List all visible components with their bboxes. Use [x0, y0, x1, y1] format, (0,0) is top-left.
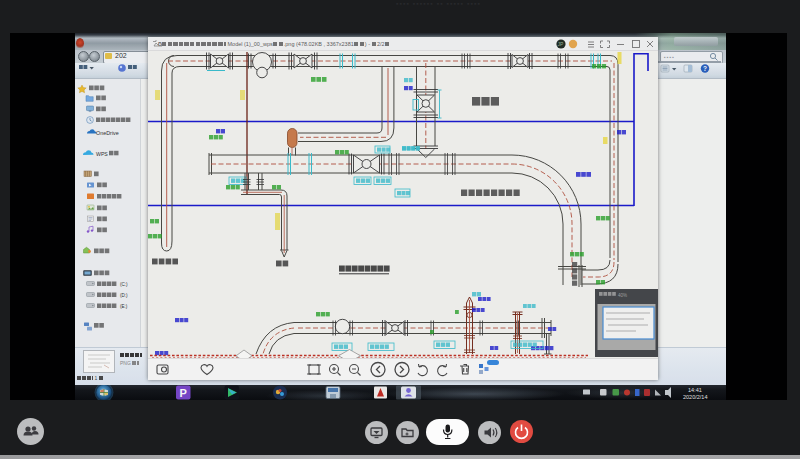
svg-text:WPS: WPS	[96, 151, 108, 157]
svg-text:(E:): (E:)	[120, 304, 128, 309]
svg-text:40%: 40%	[618, 293, 627, 298]
svg-text:14:41: 14:41	[688, 387, 702, 393]
svg-text:JP: JP	[558, 41, 565, 47]
svg-text:(D:): (D:)	[120, 293, 128, 298]
svg-text:?: ?	[703, 65, 707, 72]
svg-text:P: P	[180, 387, 187, 399]
svg-text:(C:): (C:)	[120, 282, 128, 287]
svg-text:2020/2/14: 2020/2/14	[683, 394, 707, 400]
svg-text:OneDrive: OneDrive	[96, 130, 119, 136]
